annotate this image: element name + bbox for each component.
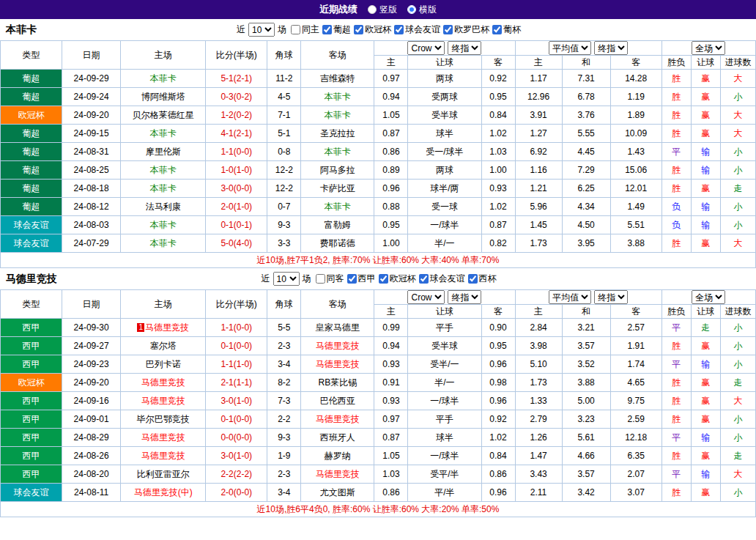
odds-time-select[interactable]: 终指 — [448, 41, 481, 55]
avg-draw: 3.57 — [562, 337, 610, 355]
odds-handicap: 平/半 — [408, 484, 481, 502]
away-team-name: 本菲卡 — [325, 92, 351, 102]
league-badge: 球会友谊 — [1, 216, 62, 234]
league-filter-checkbox-label[interactable]: 西甲 — [347, 273, 376, 285]
away-team-name: 马德里竞技 — [316, 359, 360, 369]
match-score: 5-1(2-1) — [206, 70, 267, 88]
scope-select[interactable]: 全场 — [692, 290, 725, 304]
result-goals: 大 — [720, 234, 755, 253]
avg-home: 1.26 — [515, 429, 562, 447]
layout-radio-vertical[interactable]: 竖版 — [368, 4, 397, 16]
handicap-result-header: 让球 — [691, 56, 720, 70]
league-filter-checkbox[interactable] — [379, 274, 388, 284]
avg-draw: 3.52 — [562, 355, 610, 374]
match-date: 24-08-26 — [62, 447, 121, 465]
scope-select[interactable]: 全场 — [692, 41, 725, 55]
league-filter-checkbox[interactable] — [419, 274, 429, 284]
result-outcome: 胜 — [662, 374, 691, 392]
home-team-name: 马德里竞技 — [141, 377, 185, 388]
league-filter-checkbox-text: 欧罗巴杯 — [454, 23, 489, 36]
avg-home: 1.33 — [515, 392, 562, 410]
avg-away: 10.09 — [610, 125, 662, 143]
avg-home-header: 主 — [515, 305, 562, 319]
avg-home: 1.45 — [515, 216, 562, 234]
avg-draw: 5.61 — [562, 429, 610, 447]
corner-score: 3-4 — [267, 484, 301, 502]
avg-source-select[interactable]: 平均值 — [549, 41, 591, 55]
away-team-name: 马德里竞技 — [316, 341, 360, 351]
league-filter-checkbox-text: 葡杯 — [503, 23, 521, 36]
league-filter-checkbox[interactable] — [492, 25, 502, 34]
odds-handicap-header: 让球 — [408, 305, 481, 319]
home-col-header: 主场 — [121, 290, 206, 319]
avg-away: 14.28 — [610, 70, 662, 88]
odds-time-select[interactable]: 终指 — [448, 290, 481, 304]
home-team: 本菲卡 — [121, 161, 206, 180]
match-score: 1-1(0-0) — [206, 143, 267, 161]
league-filter-checkbox-label[interactable]: 欧冠杯 — [379, 273, 416, 285]
same-venue-checkbox[interactable] — [316, 274, 325, 284]
same-venue-checkbox-label[interactable]: 同客 — [316, 273, 344, 285]
home-team-name: 博阿维斯塔 — [141, 92, 185, 102]
result-outcome: 胜 — [662, 88, 691, 106]
avg-time-select[interactable]: 终指 — [594, 290, 628, 304]
avg-source-select[interactable]: 平均值 — [549, 290, 591, 304]
odds-away: 0.96 — [481, 484, 515, 502]
result-handicap: 输 — [691, 216, 720, 234]
league-filter-checkbox[interactable] — [322, 25, 332, 34]
league-filter-checkbox-label[interactable]: 葡超 — [322, 23, 351, 36]
league-filter-checkbox[interactable] — [443, 25, 453, 34]
odds-handicap: 受半球 — [408, 106, 481, 125]
league-filter-checkbox-label[interactable]: 球会友谊 — [419, 273, 465, 285]
odds-handicap: 受一/球半 — [408, 143, 481, 161]
layout-radio-horizontal[interactable]: 横版 — [407, 4, 437, 16]
result-outcome: 平 — [662, 429, 691, 447]
league-filter-checkbox-label[interactable]: 欧冠杯 — [354, 23, 391, 36]
league-badge: 西甲 — [1, 465, 62, 484]
away-col-header: 客场 — [301, 41, 374, 70]
away-team-name: 圣克拉拉 — [320, 128, 355, 138]
match-date: 24-09-27 — [62, 337, 121, 355]
odds-source-select[interactable]: Crow — [407, 290, 445, 304]
odds-selects-cell: Crow终指 — [374, 290, 515, 305]
league-filter-checkbox[interactable] — [468, 274, 478, 284]
away-team-name: 本菲卡 — [325, 110, 351, 120]
same-venue-checkbox-label[interactable]: 同主 — [291, 23, 319, 36]
league-filter-checkbox-label[interactable]: 欧罗巴杯 — [443, 23, 489, 36]
league-filter-checkbox-label[interactable]: 球会友谊 — [394, 23, 440, 36]
scope-select-cell: 全场 — [662, 290, 755, 305]
odds-home-header: 主 — [374, 305, 408, 319]
home-team: 本菲卡 — [121, 180, 206, 198]
match-row: 葡超24-09-15本菲卡4-1(2-1)5-1圣克拉拉0.87球半1.021.… — [1, 125, 756, 143]
league-badge: 葡超 — [1, 70, 62, 88]
home-team: 马德里竞技 — [121, 392, 206, 410]
avg-draw: 4.34 — [562, 198, 610, 216]
odds-home: 0.87 — [374, 429, 408, 447]
odds-away-header: 客 — [481, 305, 515, 319]
avg-time-select[interactable]: 终指 — [594, 41, 628, 55]
recent-count-select[interactable]: 10 — [248, 23, 275, 37]
avg-home: 12.96 — [515, 88, 562, 106]
corner-score: 3-4 — [267, 355, 301, 374]
avg-away: 1.74 — [610, 355, 662, 374]
odds-handicap: 平手 — [408, 410, 481, 429]
odds-home: 0.93 — [374, 392, 408, 410]
away-team: 马德里竞技 — [301, 355, 374, 374]
home-team: 比利亚雷亚尔 — [121, 465, 206, 484]
league-filter-checkbox-text: 欧冠杯 — [365, 23, 391, 36]
league-filter-checkbox-label[interactable]: 葡杯 — [492, 23, 521, 36]
same-venue-checkbox[interactable] — [291, 25, 300, 34]
recent-count-select[interactable]: 10 — [273, 272, 300, 286]
match-row: 葡超24-08-18本菲卡3-0(0-0)12-2卡萨比亚0.96球半/两0.9… — [1, 180, 756, 198]
league-filter-checkbox-label[interactable]: 西杯 — [468, 273, 497, 285]
league-filter-checkbox[interactable] — [347, 274, 357, 284]
odds-source-select[interactable]: Crow — [407, 41, 445, 55]
league-filter-checkbox[interactable] — [354, 25, 363, 34]
avg-away: 2.59 — [610, 410, 662, 429]
result-goals: 大 — [720, 465, 755, 484]
avg-away: 1.89 — [610, 106, 662, 125]
league-filter-checkbox[interactable] — [394, 25, 404, 34]
away-team-name: 阿马多拉 — [320, 165, 355, 175]
result-goals: 走 — [720, 447, 755, 465]
odds-away: 0.92 — [481, 410, 515, 429]
